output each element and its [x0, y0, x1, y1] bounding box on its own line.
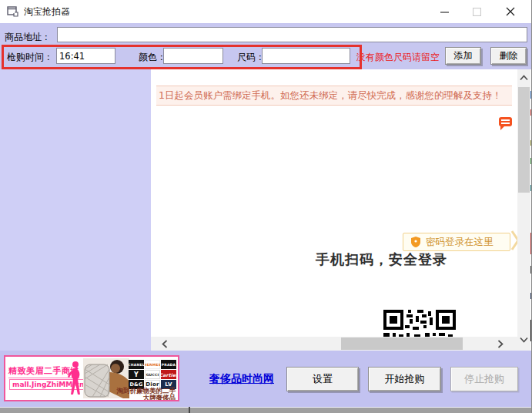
window-title: 淘宝抢拍器 — [24, 0, 70, 23]
product-address-label: 商品地址： — [5, 31, 51, 44]
ad-banner[interactable]: 精致美眉二手商城 mall.JingZhiMM.cn CHANEL HERMES… — [4, 355, 179, 401]
brand-tile: GUCCI — [145, 370, 160, 379]
stop-purchase-button: 停止抢购 — [450, 367, 518, 391]
minimize-icon — [440, 8, 449, 16]
banner-slogan-line2: 大牌奢侈品 — [117, 395, 176, 401]
minimize-button[interactable] — [428, 0, 460, 23]
horizontal-scrollbar-thumb[interactable] — [341, 337, 463, 350]
brand-tile: CHANEL — [129, 360, 144, 369]
chevron-up-icon — [520, 75, 528, 81]
vertical-scrollbar[interactable] — [517, 69, 530, 351]
luxury-site-link[interactable]: 奢侈品时尚网 — [209, 372, 274, 386]
chevron-left-icon — [162, 340, 168, 348]
password-login-tooltip[interactable]: 密码登录在这里 — [403, 233, 510, 251]
chat-bubble-icon[interactable] — [499, 117, 512, 126]
horizontal-scrollbar[interactable] — [151, 337, 517, 351]
scroll-left-button[interactable] — [157, 337, 172, 351]
start-purchase-button[interactable]: 开始抢购 — [368, 367, 441, 391]
color-size-hint: 没有颜色尺码请留空 — [356, 51, 440, 64]
tooltip-label: 密码登录在这里 — [426, 236, 494, 249]
chevron-right-icon — [497, 340, 504, 348]
maximize-button[interactable] — [460, 0, 493, 23]
main-area: 1日起会员账户需绑定手机。如您还未绑定，请尽快完成，感谢您的理解及支持！ 密码登… — [0, 69, 532, 351]
qr-login-title: 手机扫码，安全登录 — [316, 250, 447, 269]
brand-tile: Cartier — [161, 370, 176, 379]
brand-tile: Y — [129, 370, 144, 379]
chevron-down-icon — [520, 337, 528, 343]
add-button[interactable]: 添加 — [445, 47, 481, 65]
banner-slogan: 淘到价廉物美的二手 大牌奢侈品 — [117, 388, 176, 401]
title-bar: 淘宝抢拍器 — [0, 0, 532, 23]
color-label: 颜色： — [139, 51, 166, 64]
vertical-scrollbar-thumb[interactable] — [518, 87, 530, 193]
close-button[interactable] — [494, 0, 527, 23]
window-bottom-border — [0, 407, 532, 413]
purchase-time-label: 枪购时间： — [7, 51, 53, 64]
scroll-up-button[interactable] — [517, 71, 530, 85]
scroll-right-button[interactable] — [493, 337, 508, 351]
brand-logo-grid: CHANEL HERMES PRADA Y GUCCI Cartier D&G … — [129, 360, 178, 389]
color-input[interactable] — [163, 48, 223, 64]
size-input[interactable] — [262, 48, 350, 64]
app-window-icon — [7, 6, 18, 17]
close-icon — [506, 7, 515, 16]
tooltip-pointer-icon — [510, 230, 517, 251]
embedded-browser: 1日起会员账户需绑定手机。如您还未绑定，请尽快完成，感谢您的理解及支持！ 密码登… — [151, 69, 517, 351]
scroll-down-button[interactable] — [517, 333, 530, 347]
woman-silhouette-icon — [66, 361, 83, 398]
delete-button[interactable]: 删除 — [490, 47, 527, 65]
task-list-panel[interactable] — [0, 69, 151, 351]
brand-tile: HERMES — [145, 360, 160, 369]
shield-icon — [411, 237, 420, 247]
brand-tile: PRADA — [161, 360, 176, 369]
settings-button[interactable]: 设置 — [286, 367, 359, 391]
product-address-input[interactable] — [57, 27, 527, 42]
maximize-icon — [473, 8, 481, 16]
size-label: 尺码： — [237, 51, 265, 64]
bottom-divider-tick — [189, 407, 190, 413]
purchase-time-input[interactable] — [56, 48, 115, 64]
footer-bar: 精致美眉二手商城 mall.JingZhiMM.cn CHANEL HERMES… — [0, 351, 532, 407]
binding-notice-bar: 1日起会员账户需绑定手机。如您还未绑定，请尽快完成，感谢您的理解及支持！ — [156, 86, 512, 106]
app-window: 淘宝抢拍器 商品地址： 枪购时间： 颜色： 尺码： 没有颜色尺码请留空 添加 删… — [0, 0, 532, 413]
